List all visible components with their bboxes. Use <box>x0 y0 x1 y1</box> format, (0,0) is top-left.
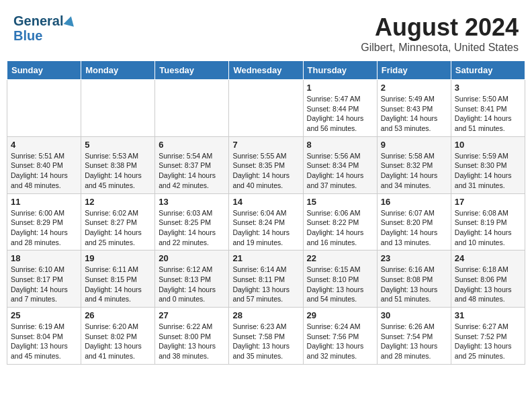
day-info: Sunrise: 5:51 AM Sunset: 8:40 PM Dayligh… <box>11 151 77 191</box>
day-info: Sunrise: 6:02 AM Sunset: 8:27 PM Dayligh… <box>85 208 151 248</box>
day-info: Sunrise: 6:26 AM Sunset: 7:54 PM Dayligh… <box>381 322 447 361</box>
weekday-header: Sunday <box>7 61 81 80</box>
day-number: 17 <box>455 197 521 207</box>
calendar-table: SundayMondayTuesdayWednesdayThursdayFrid… <box>7 60 525 365</box>
calendar-cell <box>81 80 155 137</box>
day-info: Sunrise: 5:56 AM Sunset: 8:34 PM Dayligh… <box>307 151 373 191</box>
day-number: 12 <box>85 197 151 207</box>
day-number: 1 <box>307 83 373 93</box>
day-number: 13 <box>159 197 225 207</box>
day-info: Sunrise: 6:06 AM Sunset: 8:22 PM Dayligh… <box>307 208 373 248</box>
day-number: 4 <box>11 140 77 150</box>
day-info: Sunrise: 5:47 AM Sunset: 8:44 PM Dayligh… <box>307 94 373 134</box>
day-number: 27 <box>159 310 225 320</box>
calendar-cell: 13Sunrise: 6:03 AM Sunset: 8:25 PM Dayli… <box>155 193 229 250</box>
calendar-cell: 27Sunrise: 6:22 AM Sunset: 8:00 PM Dayli… <box>155 308 229 365</box>
calendar-cell: 12Sunrise: 6:02 AM Sunset: 8:27 PM Dayli… <box>81 193 155 250</box>
page-title: August 2024 <box>361 13 519 42</box>
calendar-cell: 28Sunrise: 6:23 AM Sunset: 7:58 PM Dayli… <box>229 308 303 365</box>
calendar-week-row: 4Sunrise: 5:51 AM Sunset: 8:40 PM Daylig… <box>7 136 525 193</box>
day-info: Sunrise: 6:11 AM Sunset: 8:15 PM Dayligh… <box>85 265 151 304</box>
logo-text: General <box>13 13 63 28</box>
day-info: Sunrise: 5:58 AM Sunset: 8:32 PM Dayligh… <box>381 151 447 191</box>
calendar-cell: 15Sunrise: 6:06 AM Sunset: 8:22 PM Dayli… <box>303 193 377 250</box>
calendar-cell: 18Sunrise: 6:10 AM Sunset: 8:17 PM Dayli… <box>7 250 81 308</box>
day-number: 21 <box>232 253 299 263</box>
day-number: 16 <box>381 197 447 207</box>
day-number: 28 <box>232 310 299 320</box>
day-number: 11 <box>11 197 77 207</box>
calendar-cell <box>155 80 229 137</box>
logo-blue-text: Blue <box>13 28 42 43</box>
day-number: 7 <box>232 140 299 150</box>
calendar-cell: 10Sunrise: 5:59 AM Sunset: 8:30 PM Dayli… <box>451 136 525 193</box>
day-number: 10 <box>455 140 521 150</box>
day-number: 9 <box>381 140 447 150</box>
day-info: Sunrise: 5:54 AM Sunset: 8:37 PM Dayligh… <box>159 151 225 191</box>
day-number: 3 <box>455 83 521 93</box>
calendar-cell: 14Sunrise: 6:04 AM Sunset: 8:24 PM Dayli… <box>229 193 303 250</box>
weekday-header: Friday <box>377 61 451 80</box>
calendar-cell: 8Sunrise: 5:56 AM Sunset: 8:34 PM Daylig… <box>303 136 377 193</box>
day-info: Sunrise: 6:16 AM Sunset: 8:08 PM Dayligh… <box>381 265 447 304</box>
day-info: Sunrise: 5:53 AM Sunset: 8:38 PM Dayligh… <box>85 151 151 191</box>
day-number: 20 <box>159 253 225 263</box>
calendar-cell: 5Sunrise: 5:53 AM Sunset: 8:38 PM Daylig… <box>81 136 155 193</box>
calendar-cell: 3Sunrise: 5:50 AM Sunset: 8:41 PM Daylig… <box>451 80 525 137</box>
day-info: Sunrise: 5:50 AM Sunset: 8:41 PM Dayligh… <box>455 94 521 134</box>
day-number: 30 <box>381 310 447 320</box>
day-number: 24 <box>455 253 521 263</box>
day-info: Sunrise: 6:22 AM Sunset: 8:00 PM Dayligh… <box>159 322 225 361</box>
calendar-week-row: 1Sunrise: 5:47 AM Sunset: 8:44 PM Daylig… <box>7 80 525 137</box>
day-info: Sunrise: 5:59 AM Sunset: 8:30 PM Dayligh… <box>455 151 521 191</box>
calendar-cell: 1Sunrise: 5:47 AM Sunset: 8:44 PM Daylig… <box>303 80 377 137</box>
day-info: Sunrise: 6:08 AM Sunset: 8:19 PM Dayligh… <box>455 208 521 248</box>
day-number: 5 <box>85 140 151 150</box>
calendar-cell: 6Sunrise: 5:54 AM Sunset: 8:37 PM Daylig… <box>155 136 229 193</box>
day-info: Sunrise: 6:14 AM Sunset: 8:11 PM Dayligh… <box>232 265 299 304</box>
day-info: Sunrise: 6:04 AM Sunset: 8:24 PM Dayligh… <box>232 208 299 248</box>
calendar-cell: 2Sunrise: 5:49 AM Sunset: 8:43 PM Daylig… <box>377 80 451 137</box>
day-number: 19 <box>85 253 151 263</box>
day-info: Sunrise: 6:23 AM Sunset: 7:58 PM Dayligh… <box>232 322 299 361</box>
day-info: Sunrise: 6:12 AM Sunset: 8:13 PM Dayligh… <box>159 265 225 304</box>
calendar-header-row: SundayMondayTuesdayWednesdayThursdayFrid… <box>7 61 525 80</box>
weekday-header: Thursday <box>303 61 377 80</box>
calendar-cell: 26Sunrise: 6:20 AM Sunset: 8:02 PM Dayli… <box>81 308 155 365</box>
day-number: 15 <box>307 197 373 207</box>
day-info: Sunrise: 5:55 AM Sunset: 8:35 PM Dayligh… <box>232 151 299 191</box>
day-number: 2 <box>381 83 447 93</box>
calendar-cell: 9Sunrise: 5:58 AM Sunset: 8:32 PM Daylig… <box>377 136 451 193</box>
day-number: 31 <box>455 310 521 320</box>
day-number: 26 <box>85 310 151 320</box>
calendar-week-row: 11Sunrise: 6:00 AM Sunset: 8:29 PM Dayli… <box>7 193 525 250</box>
calendar-cell: 22Sunrise: 6:15 AM Sunset: 8:10 PM Dayli… <box>303 250 377 308</box>
calendar-cell <box>229 80 303 137</box>
day-number: 14 <box>232 197 299 207</box>
day-number: 8 <box>307 140 373 150</box>
day-info: Sunrise: 6:24 AM Sunset: 7:56 PM Dayligh… <box>307 322 373 361</box>
title-block: August 2024 Gilbert, Minnesota, United S… <box>361 13 519 54</box>
weekday-header: Wednesday <box>229 61 303 80</box>
calendar-cell: 17Sunrise: 6:08 AM Sunset: 8:19 PM Dayli… <box>451 193 525 250</box>
day-info: Sunrise: 6:03 AM Sunset: 8:25 PM Dayligh… <box>159 208 225 248</box>
calendar-cell: 21Sunrise: 6:14 AM Sunset: 8:11 PM Dayli… <box>229 250 303 308</box>
day-info: Sunrise: 5:49 AM Sunset: 8:43 PM Dayligh… <box>381 94 447 134</box>
day-number: 23 <box>381 253 447 263</box>
logo: General Blue <box>13 13 75 43</box>
day-info: Sunrise: 6:10 AM Sunset: 8:17 PM Dayligh… <box>11 265 77 304</box>
calendar-week-row: 25Sunrise: 6:19 AM Sunset: 8:04 PM Dayli… <box>7 308 525 365</box>
day-info: Sunrise: 6:20 AM Sunset: 8:02 PM Dayligh… <box>85 322 151 361</box>
day-info: Sunrise: 6:15 AM Sunset: 8:10 PM Dayligh… <box>307 265 373 304</box>
calendar-cell: 19Sunrise: 6:11 AM Sunset: 8:15 PM Dayli… <box>81 250 155 308</box>
logo-triangle-icon <box>64 15 77 27</box>
day-info: Sunrise: 6:07 AM Sunset: 8:20 PM Dayligh… <box>381 208 447 248</box>
calendar-cell: 11Sunrise: 6:00 AM Sunset: 8:29 PM Dayli… <box>7 193 81 250</box>
calendar-cell: 30Sunrise: 6:26 AM Sunset: 7:54 PM Dayli… <box>377 308 451 365</box>
weekday-header: Tuesday <box>155 61 229 80</box>
calendar-cell: 4Sunrise: 5:51 AM Sunset: 8:40 PM Daylig… <box>7 136 81 193</box>
page-header: General Blue August 2024 Gilbert, Minnes… <box>7 7 525 57</box>
page-subtitle: Gilbert, Minnesota, United States <box>361 42 519 54</box>
weekday-header: Monday <box>81 61 155 80</box>
day-info: Sunrise: 6:00 AM Sunset: 8:29 PM Dayligh… <box>11 208 77 248</box>
